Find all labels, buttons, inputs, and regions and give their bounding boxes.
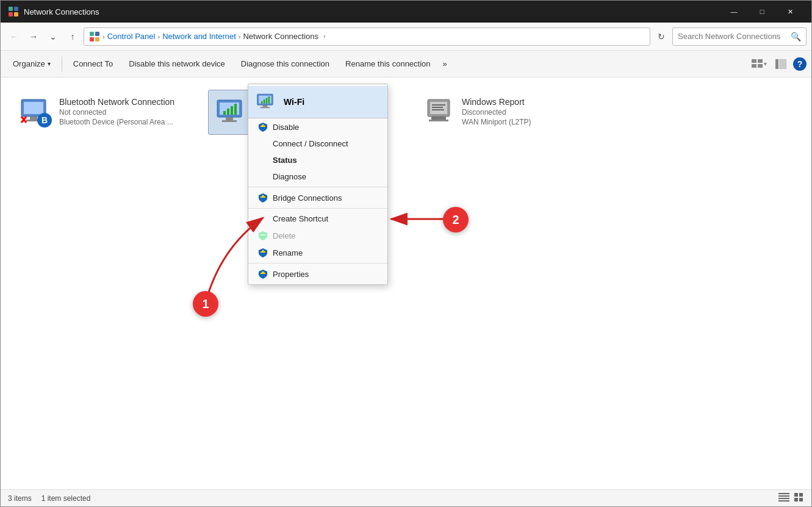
windows-report-icon	[422, 95, 456, 129]
context-menu-connect[interactable]: Connect / Disconnect	[248, 135, 387, 152]
svg-rect-1	[14, 7, 18, 11]
annotation-1: 1	[193, 291, 218, 317]
window-icon	[8, 6, 19, 17]
svg-rect-56	[778, 493, 789, 494]
breadcrumb-network-internet[interactable]: Network and Internet	[162, 32, 236, 41]
svg-rect-15	[24, 102, 43, 114]
svg-rect-57	[778, 495, 789, 497]
more-options-button[interactable]: »	[439, 54, 451, 74]
svg-rect-61	[799, 493, 803, 497]
connect-to-button[interactable]: Connect To	[66, 54, 121, 74]
shield-icon-disable	[258, 122, 268, 132]
context-rename-label: Rename	[273, 248, 303, 257]
svg-rect-41	[261, 101, 263, 104]
connect-to-label: Connect To	[73, 59, 113, 68]
refresh-button[interactable]: ↻	[653, 28, 670, 45]
bluetooth-status: Not connected	[59, 108, 178, 117]
pane-toggle-button[interactable]	[771, 56, 791, 73]
title-bar: Network Connections — □ ✕	[1, 1, 811, 23]
disable-label: Disable this network device	[129, 59, 225, 68]
diagnose-label: Diagnose this connection	[241, 59, 329, 68]
svg-rect-24	[226, 117, 233, 120]
address-bar: ← → ⌄ ↑ › Control Panel › Network and In…	[1, 23, 811, 51]
recent-locations-button[interactable]: ⌄	[45, 28, 62, 45]
context-menu-properties[interactable]: Properties	[248, 265, 387, 282]
toolbar: Organize ▾ Connect To Disable this netwo…	[1, 51, 811, 77]
svg-rect-35	[432, 107, 443, 108]
svg-rect-0	[9, 7, 13, 11]
svg-rect-27	[227, 109, 229, 115]
sep3: ›	[239, 33, 241, 40]
svg-rect-3	[14, 12, 18, 16]
minimize-button[interactable]: —	[720, 1, 748, 23]
rename-label: Rename this connection	[345, 59, 430, 68]
breadcrumb-control-panel[interactable]: Control Panel	[107, 32, 156, 41]
context-menu-header: Wi-Fi	[248, 86, 387, 118]
svg-rect-25	[222, 120, 237, 122]
network-items-container: B Bluetooth Network Connection Not conne…	[13, 90, 799, 135]
status-view-large[interactable]	[794, 493, 804, 503]
window-controls: — □ ✕	[720, 1, 804, 23]
context-menu-diagnose[interactable]: Diagnose	[248, 168, 387, 185]
bluetooth-name: Bluetooth Network Connection	[59, 97, 178, 107]
rename-button[interactable]: Rename this connection	[338, 54, 437, 74]
status-selected-count: 1 item selected	[41, 494, 91, 503]
bluetooth-type: Bluetooth Device (Personal Area ...	[59, 118, 178, 126]
svg-rect-29	[234, 104, 237, 115]
svg-rect-59	[778, 500, 789, 502]
context-menu: Wi-Fi Disable Connect / Disconnect Statu…	[248, 84, 388, 285]
ctx-separator-3	[248, 263, 387, 264]
status-bar-right	[778, 493, 804, 503]
windows-report-name: Windows Report	[462, 97, 580, 107]
search-input[interactable]	[678, 32, 787, 41]
svg-rect-40	[260, 107, 270, 108]
ctx-separator-1	[248, 187, 387, 187]
status-view-list[interactable]	[778, 493, 789, 503]
back-button[interactable]: ←	[5, 28, 23, 45]
disable-button[interactable]: Disable this network device	[121, 54, 232, 74]
search-icon: 🔍	[791, 32, 801, 41]
windows-report-type: WAN Miniport (L2TP)	[462, 118, 580, 126]
context-menu-delete[interactable]: Delete	[248, 227, 387, 244]
svg-rect-9	[758, 59, 763, 63]
forward-button[interactable]: →	[25, 28, 42, 45]
toolbar-right: ▾ ?	[749, 56, 807, 73]
svg-text:B: B	[41, 115, 48, 125]
view-options-button[interactable]: ▾	[749, 56, 769, 73]
search-box: 🔍	[672, 27, 807, 46]
status-bar: 3 items 1 item selected	[1, 489, 811, 506]
help-button[interactable]: ?	[793, 57, 807, 71]
network-item-bluetooth[interactable]: B Bluetooth Network Connection Not conne…	[13, 90, 184, 134]
svg-rect-6	[90, 37, 94, 41]
context-bridge-label: Bridge Connections	[273, 193, 342, 203]
svg-rect-49	[260, 234, 265, 236]
context-menu-rename[interactable]: Rename	[248, 244, 387, 261]
svg-rect-4	[90, 32, 94, 36]
context-menu-disable[interactable]: Disable	[248, 118, 387, 135]
svg-rect-42	[264, 99, 265, 103]
context-menu-status[interactable]: Status	[248, 152, 387, 168]
annotation-2: 2	[443, 207, 469, 232]
content-area: B Bluetooth Network Connection Not conne…	[1, 77, 811, 489]
breadcrumb: › Control Panel › Network and Internet ›…	[84, 27, 650, 46]
organize-button[interactable]: Organize ▾	[5, 54, 58, 74]
svg-rect-34	[432, 104, 445, 106]
svg-rect-62	[794, 498, 798, 502]
context-diagnose-label: Diagnose	[273, 172, 306, 181]
svg-rect-16	[30, 117, 37, 120]
context-menu-title: Wi-Fi	[284, 97, 304, 107]
shield-icon-delete	[258, 231, 268, 240]
sep2: ›	[157, 33, 160, 40]
up-button[interactable]: ↑	[64, 28, 81, 45]
breadcrumb-dropdown[interactable]: ›	[323, 33, 325, 40]
network-item-windows-report[interactable]: Windows Report Disconnected WAN Miniport…	[415, 90, 586, 134]
diagnose-button[interactable]: Diagnose this connection	[234, 54, 337, 74]
context-wifi-icon	[256, 91, 278, 113]
context-menu-shortcut[interactable]: Create Shortcut	[248, 210, 387, 227]
maximize-button[interactable]: □	[748, 1, 776, 23]
svg-rect-5	[95, 32, 99, 36]
context-menu-bridge[interactable]: Bridge Connections	[248, 189, 387, 206]
close-button[interactable]: ✕	[776, 1, 804, 23]
bluetooth-info: Bluetooth Network Connection Not connect…	[59, 97, 178, 126]
svg-rect-39	[263, 105, 268, 107]
